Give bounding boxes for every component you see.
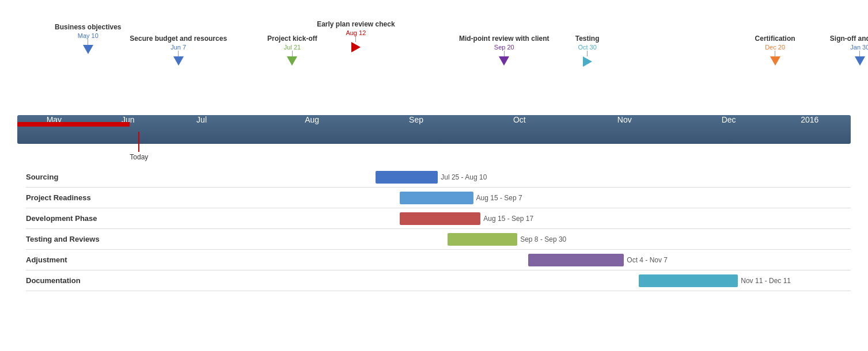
- milestone-title-midpoint-review: Mid-point review with client: [459, 35, 549, 44]
- milestone-title-business-objectives: Business objectives: [55, 23, 121, 32]
- milestone-line-secure-budget: [178, 51, 179, 56]
- gantt-dates-3: Sep 8 - Sep 30: [520, 235, 566, 243]
- milestone-title-secure-budget: Secure budget and resources: [130, 35, 227, 44]
- milestone-date-certification: Dec 20: [755, 44, 795, 51]
- gantt-bar-2: [400, 212, 480, 225]
- gantt-track-2: Aug 15 - Sep 17: [124, 208, 851, 228]
- month-label-2016: 2016: [801, 115, 818, 124]
- month-label-sep: Sep: [409, 115, 423, 124]
- milestone-marker-project-kickoff: [287, 56, 297, 66]
- gantt-label-3: Testing and Reviews: [26, 235, 124, 243]
- gantt-row-2: Development PhaseAug 15 - Sep 17: [26, 208, 851, 229]
- gantt-label-1: Project Readiness: [26, 193, 124, 202]
- gantt-label-5: Documentation: [26, 276, 124, 285]
- gantt-row-3: Testing and ReviewsSep 8 - Sep 30: [26, 229, 851, 250]
- milestone-line-business-objectives: [88, 39, 88, 45]
- gantt-track-1: Aug 15 - Sep 7: [124, 188, 851, 208]
- milestone-date-early-plan: Aug 12: [317, 29, 395, 36]
- milestone-title-signoff: Sign-off and close: [830, 35, 868, 44]
- milestone-early-plan: Early plan review checkAug 12: [317, 12, 395, 52]
- milestone-line-signoff: [859, 51, 860, 56]
- gantt-dates-4: Oct 4 - Nov 7: [627, 256, 668, 264]
- milestone-testing: TestingOct 30: [575, 12, 600, 67]
- milestone-marker-signoff: [855, 56, 865, 66]
- milestone-date-secure-budget: Jun 7: [130, 44, 227, 51]
- chart-container: Business objectivesMay 10Secure budget a…: [0, 0, 868, 297]
- today-label: Today: [130, 153, 148, 161]
- today-line: [138, 132, 139, 152]
- gantt-bar-0: [376, 171, 438, 184]
- gantt-dates-2: Aug 15 - Sep 17: [483, 215, 533, 223]
- gantt-label-0: Sourcing: [26, 173, 124, 181]
- gantt-track-3: Sep 8 - Sep 30: [124, 229, 851, 249]
- milestone-signoff: Sign-off and closeJan 30: [830, 12, 868, 66]
- gantt-dates-1: Aug 15 - Sep 7: [476, 194, 522, 202]
- timeline-area: Business objectivesMay 10Secure budget a…: [17, 12, 851, 161]
- gantt-track-0: Jul 25 - Aug 10: [124, 167, 851, 187]
- month-label-nov: Nov: [617, 115, 632, 124]
- gantt-label-4: Adjustment: [26, 255, 124, 264]
- milestone-line-early-plan: [355, 36, 356, 42]
- gantt-bar-5: [639, 274, 738, 287]
- milestone-marker-midpoint-review: [499, 56, 509, 66]
- today-red-bar: [17, 122, 130, 127]
- gantt-track-4: Oct 4 - Nov 7: [124, 250, 851, 270]
- milestone-date-midpoint-review: Sep 20: [459, 44, 549, 51]
- milestone-secure-budget: Secure budget and resourcesJun 7: [130, 12, 227, 66]
- milestone-line-certification: [775, 51, 775, 56]
- milestone-title-certification: Certification: [755, 35, 795, 44]
- milestone-date-signoff: Jan 30: [830, 44, 868, 51]
- gantt-bar-3: [448, 233, 517, 246]
- gantt-track-5: Nov 11 - Dec 11: [124, 270, 851, 291]
- milestone-marker-secure-budget: [173, 56, 184, 66]
- milestone-title-early-plan: Early plan review check: [317, 20, 395, 29]
- milestone-date-testing: Oct 30: [575, 44, 600, 51]
- milestone-project-kickoff: Project kick-offJul 21: [267, 12, 317, 66]
- milestone-date-business-objectives: May 10: [55, 32, 121, 39]
- gantt-bar-1: [400, 192, 473, 204]
- milestone-line-midpoint-review: [504, 51, 505, 56]
- gantt-row-1: Project ReadinessAug 15 - Sep 7: [26, 188, 851, 208]
- milestone-title-project-kickoff: Project kick-off: [267, 35, 317, 44]
- milestone-line-testing: [587, 51, 587, 56]
- gantt-label-2: Development Phase: [26, 214, 124, 223]
- milestone-title-testing: Testing: [575, 35, 600, 44]
- gantt-row-4: AdjustmentOct 4 - Nov 7: [26, 250, 851, 270]
- gantt-section: SourcingJul 25 - Aug 10Project Readiness…: [17, 167, 851, 291]
- gantt-dates-5: Nov 11 - Dec 11: [741, 277, 791, 285]
- milestone-date-project-kickoff: Jul 21: [267, 44, 317, 51]
- milestone-marker-business-objectives: [83, 45, 93, 54]
- month-label-jul: Jul: [196, 115, 207, 124]
- month-label-oct: Oct: [513, 115, 526, 124]
- milestone-marker-early-plan: [351, 42, 361, 52]
- milestone-midpoint-review: Mid-point review with clientSep 20: [459, 12, 549, 66]
- milestone-certification: CertificationDec 20: [755, 12, 795, 66]
- gantt-dates-0: Jul 25 - Aug 10: [441, 173, 487, 181]
- milestone-line-project-kickoff: [292, 51, 293, 56]
- month-label-aug: Aug: [305, 115, 319, 124]
- gantt-row-5: DocumentationNov 11 - Dec 11: [26, 270, 851, 291]
- milestone-business-objectives: Business objectivesMay 10: [55, 12, 121, 54]
- today-marker: Today: [130, 132, 148, 161]
- milestone-marker-certification: [770, 56, 780, 66]
- month-label-dec: Dec: [722, 115, 736, 124]
- milestone-marker-testing: [583, 56, 592, 67]
- gantt-row-0: SourcingJul 25 - Aug 10: [26, 167, 851, 188]
- gantt-bar-4: [528, 254, 624, 266]
